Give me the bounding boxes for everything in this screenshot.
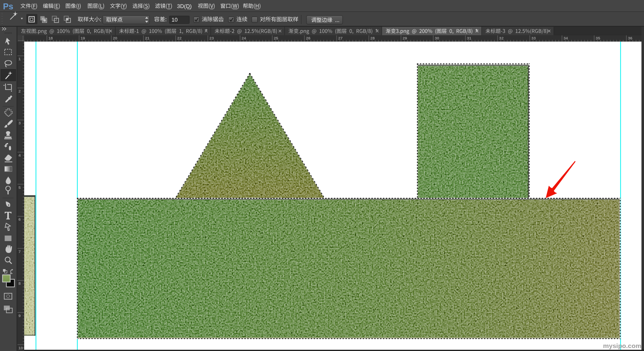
svg-text:32: 32 [499,36,504,40]
svg-text:1: 1 [19,56,21,61]
svg-text:20: 20 [113,36,118,40]
svg-text:28: 28 [370,36,375,40]
svg-text:8: 8 [19,281,21,286]
svg-text:34: 34 [563,36,568,40]
svg-text:33: 33 [531,36,536,40]
svg-text:25: 25 [274,36,278,40]
svg-text:30: 30 [435,36,439,40]
svg-text:3D(D): 3D(D) [177,3,192,9]
svg-text:19: 19 [81,36,85,40]
svg-text:31: 31 [467,36,472,40]
svg-text:18: 18 [48,36,53,40]
svg-text:6: 6 [19,217,21,222]
svg-text:29: 29 [402,36,407,40]
svg-text:5: 5 [19,185,21,190]
svg-text:mysipo.com: mysipo.com [603,342,641,349]
svg-text:24: 24 [242,36,246,40]
svg-text:22: 22 [177,36,182,40]
svg-text:26: 26 [306,36,311,40]
svg-text:Ps: Ps [3,2,13,11]
svg-text:2: 2 [19,89,21,93]
svg-text:36: 36 [628,36,633,40]
svg-text:23: 23 [209,36,214,40]
svg-text:3: 3 [19,121,21,125]
svg-text:7: 7 [19,249,21,254]
svg-text:27: 27 [338,36,343,40]
svg-text:35: 35 [596,36,600,40]
svg-text:4: 4 [19,153,21,157]
svg-text:21: 21 [145,36,149,40]
svg-text:10: 10 [172,17,177,23]
svg-text:9: 9 [19,313,21,318]
svg-text:10: 10 [19,345,23,350]
